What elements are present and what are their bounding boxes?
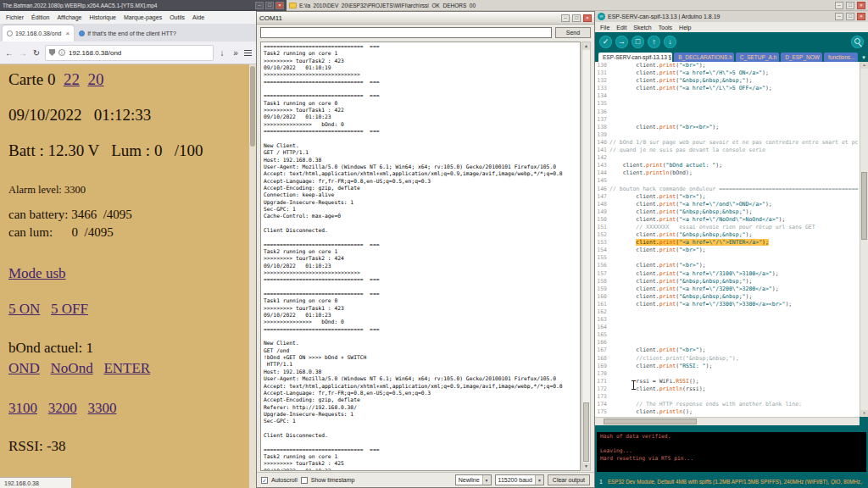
address-bar[interactable]: i 192.168.0.38/ond <box>45 45 214 61</box>
clear-output-button[interactable]: Clear output <box>548 474 590 485</box>
scrollbar-thumb[interactable] <box>250 66 255 147</box>
code-line[interactable]: 150 client.print("<a href=\"/NoOnd\">NoO… <box>595 216 860 224</box>
menu-item[interactable]: File <box>600 25 609 30</box>
code-line[interactable]: 140// bOnd 1/0 sur page web pour savoir … <box>595 139 860 147</box>
serial-scrollbar[interactable]: ▲ ▼ <box>581 42 591 471</box>
page-link[interactable]: NoOnd <box>51 360 93 376</box>
new-sketch-button[interactable]: □ <box>632 36 644 48</box>
close-button[interactable]: × <box>275 2 284 9</box>
arduino-titlebar[interactable]: ∞ ESP-SERV-can-spif-13.13 | Arduino 1.8.… <box>595 11 868 22</box>
maximize-button[interactable]: □ <box>846 13 854 20</box>
scrollbar-thumb[interactable] <box>861 172 867 240</box>
site-info-icon[interactable]: i <box>58 49 65 56</box>
code-line[interactable]: 139 <box>595 131 860 139</box>
page-scrollbar[interactable] <box>249 64 256 488</box>
download-icon[interactable]: ↓ <box>217 48 227 58</box>
page-link[interactable]: 5 ON <box>8 301 40 317</box>
editor-tab[interactable]: D_ESP_NOW <box>781 53 822 62</box>
page-link[interactable]: 3100 <box>8 400 37 416</box>
scroll-down-icon[interactable]: ▼ <box>860 410 868 417</box>
browser-tab[interactable]: 192.168.0.38/ond× <box>3 25 74 42</box>
menu-item[interactable]: Edit <box>616 25 626 30</box>
timestamp-checkbox[interactable] <box>301 477 308 484</box>
code-line[interactable]: 164 <box>595 324 860 331</box>
code-line[interactable]: 134 <box>595 92 860 100</box>
menu-item[interactable]: Help <box>679 25 691 30</box>
verify-button[interactable]: ✓ <box>599 36 612 48</box>
code-line[interactable]: 141// quand je ne suis pas devant la con… <box>595 147 860 154</box>
back-button[interactable]: ← <box>4 48 14 58</box>
page-link[interactable]: 20 <box>87 70 103 88</box>
menu-item[interactable]: Affichage <box>57 14 81 20</box>
code-line[interactable]: 159 client.print("<a href=\"/3200\">3200… <box>595 286 860 293</box>
code-line[interactable]: 147 client.print("<br>"); <box>595 193 860 201</box>
minimize-button[interactable]: – <box>561 14 570 22</box>
send-button[interactable]: Send <box>555 27 591 38</box>
code-line[interactable]: 165 <box>595 331 860 339</box>
scrollbar-thumb[interactable] <box>604 419 697 424</box>
code-line[interactable]: 160 client.print("&nbsp;&nbsp;&nbsp;"); <box>595 293 860 301</box>
code-line[interactable]: 171 rssi = WiFi.RSSI(); <box>595 378 860 385</box>
page-link[interactable]: 3300 <box>88 400 117 416</box>
menu-item[interactable]: Tools <box>659 25 672 30</box>
code-line[interactable]: 143 client.print("bOnd actuel: "); <box>595 162 860 169</box>
code-line[interactable]: 169 client.print("RSSI: "); <box>595 363 860 370</box>
code-line[interactable]: 133 client.print("<a href=\"/L\">5 OFF</… <box>595 85 860 92</box>
close-button[interactable]: × <box>583 14 592 22</box>
autoscroll-checkbox[interactable] <box>261 477 268 484</box>
minimize-button[interactable]: – <box>835 2 843 9</box>
media-player-titlebar[interactable]: The.Batman.2022.1080p.WEBRip.x264.AAC5.1… <box>0 0 287 11</box>
maximize-button[interactable]: □ <box>265 2 274 9</box>
page-link[interactable]: 5 OFF <box>51 301 88 317</box>
menu-item[interactable]: Aide <box>192 14 204 20</box>
serial-output[interactable]: =============================== ===Task2… <box>260 42 581 471</box>
code-line[interactable]: 158 client.print("&nbsp;&nbsp;&nbsp;"); <box>595 278 860 286</box>
editor-tab[interactable]: ESP-SERV-can-spif-13.13 § <box>598 53 672 62</box>
code-line[interactable]: 168 //client.print("&nbsp;&nbsp;"); <box>595 355 860 363</box>
code-line[interactable]: 157 client.print("<a href=\"/3100\">3100… <box>595 270 860 278</box>
code-line[interactable]: 167 client.print("<br>"); <box>595 347 860 354</box>
code-line[interactable]: 170 <box>595 370 860 378</box>
code-line[interactable]: 149 client.print("&nbsp;&nbsp;&nbsp;"); <box>595 208 860 216</box>
open-sketch-button[interactable]: ↑ <box>648 36 660 48</box>
minimize-button[interactable]: – <box>255 2 264 9</box>
overflow-chevron-icon[interactable]: » <box>231 48 241 58</box>
code-line[interactable]: 155 <box>595 254 860 262</box>
code-line[interactable]: 144 client.println(bOnd); <box>595 169 860 177</box>
editor-vertical-scrollbar[interactable]: ▲ ▼ <box>860 62 868 417</box>
code-line[interactable]: 137 <box>595 116 860 124</box>
serial-monitor-button[interactable] <box>851 36 864 48</box>
menu-item[interactable]: Sketch <box>633 25 651 30</box>
menu-item[interactable]: Fichier <box>6 14 24 20</box>
editor-tab[interactable]: C_SETUP_A.h <box>736 53 779 62</box>
scroll-up-icon[interactable]: ▲ <box>860 62 868 69</box>
code-line[interactable]: 152 client.print("&nbsp;&nbsp;&nbsp;"); <box>595 231 860 239</box>
scrollbar-thumb[interactable] <box>583 402 589 462</box>
baud-select[interactable]: 115200 baud ▼ <box>495 474 544 485</box>
code-line[interactable]: 138 client.print("<br><br>"); <box>595 124 860 131</box>
forward-button[interactable]: → <box>18 48 28 58</box>
line-ending-select[interactable]: Newline ▼ <box>455 474 492 485</box>
page-link[interactable]: 3200 <box>48 400 77 416</box>
code-line[interactable]: 175 client.println(); <box>595 408 860 416</box>
code-line[interactable]: 136 <box>595 108 860 116</box>
code-line[interactable]: 151 // XXXXXXX essai envoie rien pour ré… <box>595 224 860 231</box>
close-button[interactable]: × <box>857 2 865 9</box>
code-line[interactable]: 146// bouton hack commande onduleur ====… <box>595 186 860 193</box>
code-line[interactable]: 166 <box>595 339 860 347</box>
code-line[interactable]: 145 <box>595 177 860 185</box>
close-button[interactable]: × <box>857 13 865 20</box>
code-line[interactable]: 156 client.print("<br>"); <box>595 262 860 269</box>
code-line[interactable]: 162 <box>595 308 860 316</box>
serial-monitor-titlebar[interactable]: COM11 – □ × <box>257 12 594 25</box>
code-line[interactable]: 161 client.print("<a href=\"/3300\">3300… <box>595 301 860 308</box>
menu-item[interactable]: Édition <box>31 14 49 20</box>
editor-horizontal-scrollbar[interactable] <box>595 417 860 425</box>
menu-icon[interactable] <box>244 48 252 58</box>
upload-button[interactable]: → <box>615 36 628 48</box>
tab-list-dropdown-icon[interactable]: ▼ <box>861 55 866 60</box>
page-link[interactable]: 22 <box>64 70 80 88</box>
code-line[interactable]: 131 client.print("<a href=\"/H\">5 ON</a… <box>595 69 860 77</box>
menu-item[interactable]: Historique <box>89 14 116 20</box>
code-line[interactable]: 130 client.print("<br>"); <box>595 62 860 69</box>
